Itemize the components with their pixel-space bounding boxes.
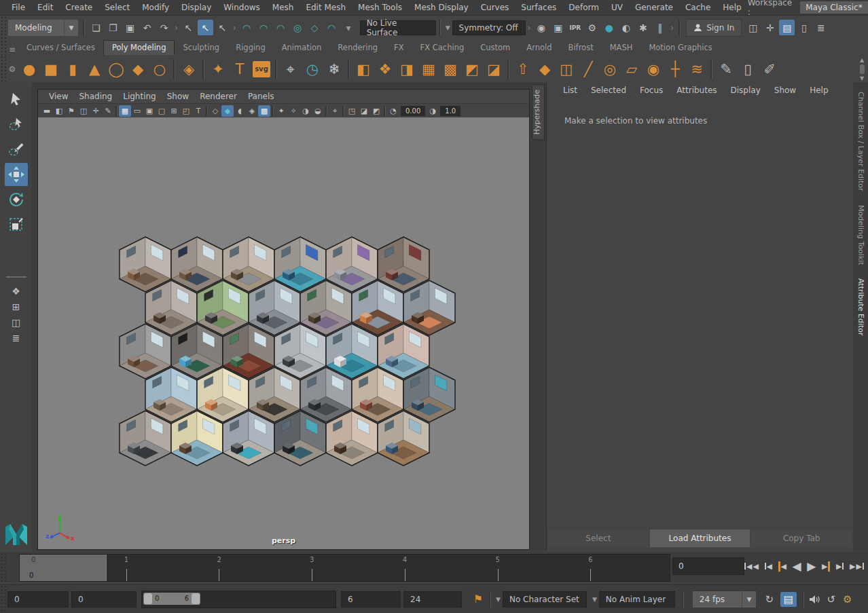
ae-menu-display[interactable]: Display	[724, 86, 767, 95]
panel-menu-lighting[interactable]: Lighting	[117, 92, 162, 101]
menu-help[interactable]: Help	[717, 3, 747, 12]
subdivide-icon[interactable]: ◪	[483, 58, 505, 80]
select-by-hierarchy-icon[interactable]: ↖	[181, 20, 196, 35]
range-bar-grip[interactable]	[0, 584, 6, 613]
menu-create[interactable]: Create	[59, 3, 98, 12]
textured-mode-icon[interactable]: ◈	[246, 105, 258, 117]
tool-settings-toggle-icon[interactable]: ▯	[796, 20, 812, 35]
range-slider-handle[interactable]: 0 6	[143, 593, 200, 605]
panel-menu-panels[interactable]: Panels	[242, 92, 280, 101]
shelf-scroll-knob[interactable]	[860, 64, 865, 74]
viewport-canvas[interactable]: y x z persp	[38, 117, 529, 549]
move-tool[interactable]	[5, 163, 28, 186]
group-collapse-icon[interactable]	[233, 23, 236, 33]
crease-icon[interactable]: ≋	[686, 58, 708, 80]
ae-menu-list[interactable]: List	[556, 86, 584, 95]
lasso-tool[interactable]	[5, 113, 28, 136]
go-to-end-button[interactable]: ▶▶	[848, 561, 865, 572]
sidebar-tab-modeling-toolkit[interactable]: Modeling Toolkit	[855, 201, 867, 270]
multi-cut-icon[interactable]: ╱	[577, 58, 599, 80]
safe-action-icon[interactable]: ◰	[180, 105, 192, 117]
play-backwards-button[interactable]: ◀	[791, 558, 803, 574]
target-weld-icon[interactable]: ◉	[643, 58, 664, 80]
select-button[interactable]: Select	[548, 530, 649, 547]
menu-display[interactable]: Display	[175, 3, 217, 12]
camera-bookmark-icon[interactable]: ⚑	[65, 105, 77, 117]
shelf-tab-custom[interactable]: Custom	[472, 41, 518, 55]
menu-mesh-display[interactable]: Mesh Display	[408, 3, 475, 12]
safe-title-icon[interactable]: T	[192, 105, 204, 117]
time-slider-track[interactable]: 0 0123456	[19, 554, 670, 582]
snap-to-projected-center-icon[interactable]: ◎	[290, 20, 306, 35]
range-end-knob[interactable]	[192, 593, 200, 604]
scale-tool[interactable]	[5, 213, 28, 236]
poly-type-icon[interactable]: T	[229, 58, 251, 80]
step-back-key-button[interactable]: ◀	[777, 560, 788, 573]
animation-start-field[interactable]: 0	[7, 591, 69, 608]
shelf-scroll-down-icon[interactable]: ▼	[860, 75, 864, 81]
character-set-arrow-icon[interactable]	[496, 596, 501, 603]
anim-layer-arrow-icon[interactable]	[592, 596, 597, 603]
circularize-icon[interactable]: ◎	[599, 58, 621, 80]
redo-icon[interactable]: ↷	[156, 20, 172, 35]
2d-pan-zoom-icon[interactable]: ✛	[90, 105, 102, 117]
channel-box-toggle-icon[interactable]: ≣	[813, 20, 829, 35]
two-pane-layout-icon[interactable]: ◫	[8, 314, 24, 330]
mirror-icon[interactable]: ◨	[396, 58, 418, 80]
menu-modify[interactable]: Modify	[136, 3, 175, 12]
range-slider[interactable]: 0 6	[141, 591, 336, 608]
svg-tool-icon[interactable]: svg	[253, 61, 270, 77]
play-forwards-button[interactable]: ▶	[806, 558, 817, 574]
platonic-solid-icon[interactable]: ◈	[178, 58, 200, 80]
make-live-icon[interactable]: ◇	[307, 20, 323, 35]
snap-options-arrow-icon[interactable]: ▾	[341, 20, 357, 35]
xray-mode-icon[interactable]: ◳	[346, 105, 358, 117]
poly-torus-icon[interactable]: ◯	[105, 58, 127, 80]
panel-menu-view[interactable]: View	[43, 92, 73, 101]
ae-menu-selected[interactable]: Selected	[584, 86, 633, 95]
curve-pencil-icon[interactable]: ✎	[715, 58, 737, 80]
menu-select[interactable]: Select	[98, 3, 136, 12]
render-current-frame-icon[interactable]: ▣	[550, 20, 566, 35]
edit-cv-icon[interactable]: ▯	[737, 58, 759, 80]
shelf-tab-rigging[interactable]: Rigging	[228, 41, 274, 55]
undo-icon[interactable]: ↶	[139, 20, 155, 35]
render-diagnostics-icon[interactable]: ✱	[635, 20, 651, 35]
camera-attributes-icon[interactable]: ◧	[53, 105, 65, 117]
film-gate-icon[interactable]: ▭	[131, 105, 143, 117]
select-by-object-icon[interactable]: ↖	[198, 20, 213, 35]
isolate-select-icon[interactable]: ⌖	[329, 105, 341, 117]
shelf-tab-poly-modeling[interactable]: Poly Modeling	[103, 40, 175, 55]
save-scene-icon[interactable]: ▣	[122, 20, 138, 35]
symmetry-field[interactable]: Symmetry: Off	[452, 20, 526, 35]
menu-file[interactable]: File	[5, 3, 31, 12]
poly-cylinder-icon[interactable]: ▮	[62, 58, 84, 80]
render-setup-icon[interactable]: ◐	[618, 20, 634, 35]
paint-selection-tool[interactable]	[5, 138, 28, 161]
combine-icon[interactable]: ◧	[352, 58, 374, 80]
resolution-gate-icon[interactable]: ▣	[143, 105, 156, 117]
menu-cache[interactable]: Cache	[679, 3, 717, 12]
shelf-tab-animation[interactable]: Animation	[274, 41, 330, 55]
group-collapse-icon[interactable]	[670, 23, 674, 33]
hypershade-window-icon[interactable]: ●	[601, 20, 617, 35]
loop-playback-button[interactable]: ↻	[761, 592, 778, 607]
shelf-tab-bifrost[interactable]: Bifrost	[560, 41, 602, 55]
menu-mesh[interactable]: Mesh	[266, 3, 300, 12]
sign-in-button[interactable]: Sign In	[686, 19, 742, 37]
set-current-time-icon[interactable]: ◷	[302, 58, 323, 80]
anim-layer-field[interactable]: No Anim Layer	[599, 591, 675, 608]
playback-start-field[interactable]: 0	[71, 591, 137, 608]
construction-plane-icon[interactable]: ⌖	[280, 58, 302, 80]
field-chart-icon[interactable]: ⊞	[168, 105, 180, 117]
copy-tab-button[interactable]: Copy Tab	[751, 530, 852, 547]
modeling-toolkit-toggle-icon[interactable]: ◫	[745, 20, 761, 35]
add-bookmark-button[interactable]: ⚑	[470, 592, 486, 607]
bevel-icon[interactable]: ◆	[534, 58, 556, 80]
shelf-tab-fx-caching[interactable]: FX Caching	[412, 41, 473, 55]
snap-to-point-icon[interactable]: ◠	[273, 20, 289, 35]
shelf-tab-motion-graphics[interactable]: Motion Graphics	[640, 41, 720, 55]
gate-mask-icon[interactable]: ▢	[156, 105, 168, 117]
group-collapse-icon[interactable]	[528, 23, 531, 33]
shelf-tab-curves-surfaces[interactable]: Curves / Surfaces	[18, 41, 103, 55]
